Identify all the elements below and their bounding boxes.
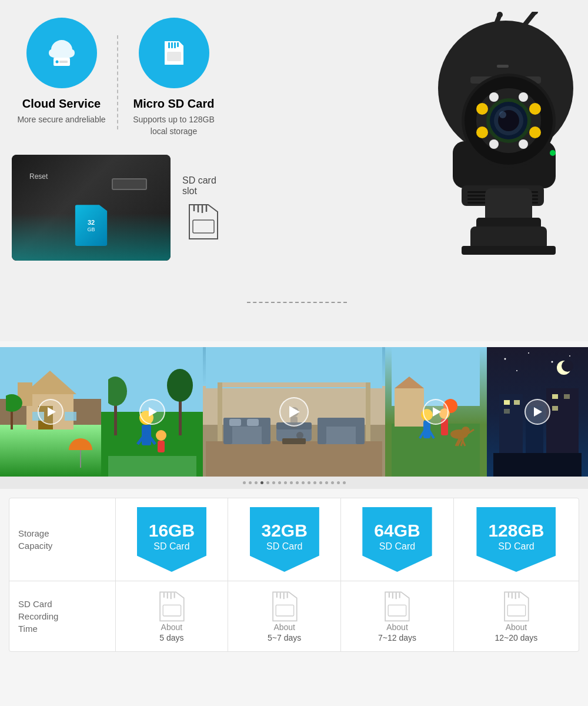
recording-content-64: About 7~12 days	[350, 590, 445, 642]
capacity-cell-16: 16GB SD Card	[115, 498, 228, 581]
play-button-1[interactable]	[38, 399, 64, 425]
svg-point-39	[519, 92, 528, 102]
camera-svg	[353, 12, 576, 282]
badge-64gb: 64GB SD Card	[362, 507, 432, 572]
svg-rect-71	[206, 347, 382, 388]
svg-point-40	[489, 139, 499, 149]
gallery-item-1[interactable]	[0, 347, 101, 477]
svg-rect-24	[497, 65, 509, 68]
play-button-5[interactable]	[524, 399, 550, 425]
camera-visual	[353, 12, 576, 282]
play-triangle-5	[534, 407, 542, 417]
svg-rect-123	[552, 394, 558, 399]
badge-label-64: SD Card	[379, 541, 415, 552]
dot-3	[255, 481, 258, 484]
svg-rect-138	[276, 605, 293, 616]
progress-dots-row	[0, 477, 588, 489]
recording-time-128: About 12~20 days	[495, 622, 538, 642]
svg-rect-70	[108, 456, 196, 477]
capacity-row: Storage Capacity 16GB SD Card 32GB SD Ca…	[9, 498, 579, 581]
usb-slot	[112, 178, 147, 190]
sd-card-block: Micro SD Card Supports up to 128GB local…	[124, 18, 223, 137]
svg-point-61	[108, 377, 127, 406]
svg-rect-132	[163, 605, 181, 616]
svg-rect-94	[395, 388, 424, 427]
badge-16gb: 16GB SD Card	[137, 507, 206, 572]
svg-point-19	[497, 12, 503, 18]
vertical-divider	[117, 35, 118, 129]
about-32: About	[268, 622, 301, 632]
gallery-item-3[interactable]	[203, 347, 385, 477]
svg-rect-6	[168, 42, 170, 48]
storage-icons-row: Cloud Service More secure andreliable	[12, 18, 223, 137]
about-16: About	[159, 622, 183, 632]
days-64: 7~12 days	[378, 633, 416, 642]
recording-cell-32: About 5~7 days	[228, 581, 341, 652]
dot-8	[284, 481, 287, 484]
recording-time-row: SD Card Recording Time About 5 day	[9, 581, 579, 652]
svg-rect-120	[504, 400, 510, 405]
svg-point-110	[504, 358, 506, 360]
sd-slot-text: SD card slot	[182, 175, 223, 197]
dot-2	[249, 481, 252, 484]
play-button-2[interactable]	[139, 399, 165, 425]
sd-slot-label-area: SD card slot	[182, 175, 223, 241]
play-button-4[interactable]	[423, 399, 449, 425]
svg-point-35	[529, 103, 541, 115]
recording-time-64: About 7~12 days	[378, 622, 416, 642]
svg-rect-75	[366, 382, 370, 441]
gallery-item-5[interactable]	[487, 347, 588, 477]
dot-9	[290, 481, 293, 484]
badge-gb-16: 16GB	[149, 522, 195, 540]
sd-icon-outline	[187, 202, 219, 241]
svg-rect-84	[318, 418, 326, 444]
dot-13	[313, 481, 316, 484]
svg-rect-56	[65, 412, 76, 421]
svg-rect-150	[507, 605, 525, 616]
dot-6	[272, 481, 275, 484]
storage-capacity-text: Storage Capacity	[18, 528, 52, 551]
dot-16	[331, 481, 334, 484]
svg-point-113	[569, 355, 570, 357]
badge-32gb: 32GB SD Card	[250, 507, 319, 572]
play-button-3[interactable]	[279, 397, 309, 427]
svg-point-68	[156, 430, 166, 441]
dot-15	[325, 481, 328, 484]
recording-content-32: About 5~7 days	[237, 590, 332, 642]
sd-icon-gray-64	[382, 590, 412, 622]
play-triangle-4	[433, 407, 441, 417]
recording-content-128: About 12~20 days	[463, 590, 570, 642]
badge-label-16: SD Card	[153, 541, 189, 552]
svg-point-41	[519, 139, 528, 149]
svg-rect-8	[174, 42, 176, 48]
recording-time-text: SD Card Recording Time	[18, 599, 58, 634]
svg-rect-87	[229, 419, 241, 426]
recording-time-16: About 5 days	[159, 622, 183, 642]
recording-time-label: SD Card Recording Time	[9, 581, 115, 652]
storage-table: Storage Capacity 16GB SD Card 32GB SD Ca…	[9, 498, 579, 651]
dot-11	[302, 481, 305, 484]
days-128: 12~20 days	[495, 633, 538, 642]
badge-gb-128: 128GB	[488, 522, 544, 540]
svg-rect-7	[171, 42, 173, 48]
svg-rect-126	[493, 453, 582, 477]
dot-10	[296, 481, 299, 484]
gallery-item-2[interactable]	[101, 347, 202, 477]
storage-options-left: Cloud Service More secure andreliable	[12, 18, 223, 261]
cloud-service-desc: More secure andreliable	[17, 114, 105, 126]
recording-cell-16: About 5 days	[115, 581, 228, 652]
dot-4	[260, 481, 263, 484]
svg-rect-121	[514, 400, 520, 405]
svg-point-91	[296, 432, 303, 439]
about-64: About	[378, 622, 416, 632]
gallery-section	[0, 347, 588, 477]
cloud-service-block: Cloud Service More secure andreliable	[12, 18, 111, 126]
sd-slot-image: Reset 32 GB	[12, 155, 171, 261]
svg-point-47	[550, 150, 556, 156]
svg-point-1	[55, 61, 58, 64]
badge-label-128: SD Card	[498, 541, 534, 552]
svg-rect-125	[552, 406, 558, 411]
capacity-cell-64: 64GB SD Card	[341, 498, 454, 581]
gallery-item-4[interactable]	[385, 347, 486, 477]
recording-content-16: About 5 days	[125, 590, 219, 642]
